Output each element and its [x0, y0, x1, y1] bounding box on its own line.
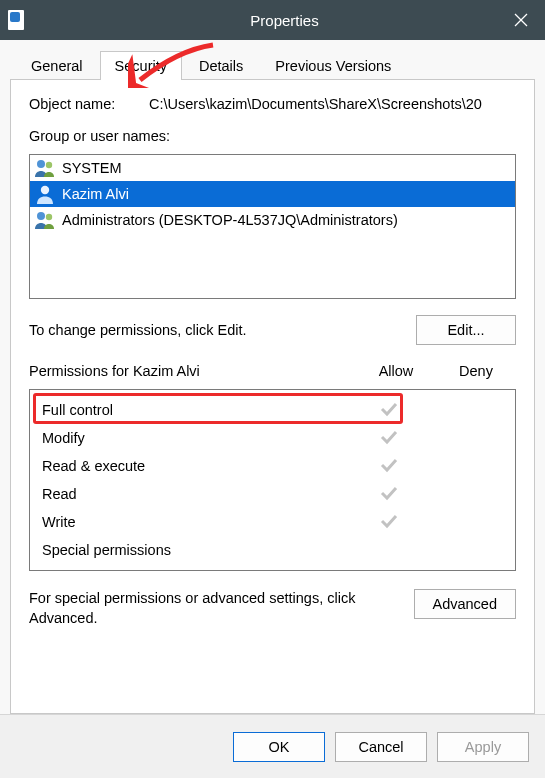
permissions-list: Full controlModifyRead & executeReadWrit… — [29, 389, 516, 571]
object-name-label: Object name: — [29, 96, 129, 112]
user-name: SYSTEM — [62, 160, 122, 176]
svg-point-3 — [46, 162, 52, 168]
perm-header-name: Permissions for Kazim Alvi — [29, 363, 356, 379]
group-icon — [34, 158, 56, 178]
content-area: GeneralSecurityDetailsPrevious Versions … — [0, 40, 545, 714]
close-button[interactable] — [497, 0, 545, 40]
ok-button[interactable]: OK — [233, 732, 325, 762]
check-icon — [379, 432, 399, 448]
check-icon — [379, 488, 399, 504]
apply-button[interactable]: Apply — [437, 732, 529, 762]
file-icon — [8, 10, 24, 30]
permissions-header: Permissions for Kazim Alvi Allow Deny — [29, 363, 516, 379]
user-name: Administrators (DESKTOP-4L537JQ\Administ… — [62, 212, 398, 228]
object-name-value: C:\Users\kazim\Documents\ShareX\Screensh… — [149, 96, 516, 112]
tab-strip: GeneralSecurityDetailsPrevious Versions — [10, 50, 535, 79]
permission-allow — [349, 401, 429, 420]
user-list-item[interactable]: Administrators (DESKTOP-4L537JQ\Administ… — [30, 207, 515, 233]
title-bar: Properties — [0, 0, 545, 40]
permission-allow — [349, 485, 429, 504]
permission-row: Read & execute — [30, 452, 515, 480]
permission-row: Special permissions — [30, 536, 515, 564]
edit-row: To change permissions, click Edit. Edit.… — [29, 315, 516, 345]
user-name: Kazim Alvi — [62, 186, 129, 202]
check-icon — [379, 460, 399, 476]
tab-security[interactable]: Security — [100, 51, 182, 80]
properties-window: Properties GeneralSecurityDetailsPreviou… — [0, 0, 545, 778]
group-user-label: Group or user names: — [29, 128, 516, 144]
edit-button[interactable]: Edit... — [416, 315, 516, 345]
perm-header-deny: Deny — [436, 363, 516, 379]
edit-hint: To change permissions, click Edit. — [29, 322, 406, 338]
close-icon — [514, 13, 528, 27]
perm-header-allow: Allow — [356, 363, 436, 379]
permission-name: Read & execute — [40, 458, 349, 474]
window-title: Properties — [32, 12, 537, 29]
person-icon — [34, 184, 56, 204]
permission-row: Write — [30, 508, 515, 536]
svg-point-4 — [41, 186, 49, 194]
user-list[interactable]: SYSTEMKazim AlviAdministrators (DESKTOP-… — [29, 154, 516, 299]
tab-general[interactable]: General — [16, 51, 98, 80]
permission-allow — [349, 513, 429, 532]
permission-name: Read — [40, 486, 349, 502]
permission-allow — [349, 457, 429, 476]
check-icon — [379, 516, 399, 532]
tab-previous[interactable]: Previous Versions — [260, 51, 406, 80]
svg-point-6 — [46, 214, 52, 220]
security-panel: Object name: C:\Users\kazim\Documents\Sh… — [10, 79, 535, 714]
advanced-row: For special permissions or advanced sett… — [29, 589, 516, 628]
object-name-row: Object name: C:\Users\kazim\Documents\Sh… — [29, 96, 516, 112]
cancel-button[interactable]: Cancel — [335, 732, 427, 762]
permission-name: Special permissions — [40, 542, 349, 558]
permission-row: Full control — [30, 396, 515, 424]
user-list-item[interactable]: SYSTEM — [30, 155, 515, 181]
permission-allow — [349, 429, 429, 448]
group-icon — [34, 210, 56, 230]
permission-name: Full control — [40, 402, 349, 418]
permission-row: Modify — [30, 424, 515, 452]
permission-name: Modify — [40, 430, 349, 446]
dialog-footer: OK Cancel Apply — [0, 714, 545, 778]
svg-point-5 — [37, 212, 45, 220]
svg-point-2 — [37, 160, 45, 168]
advanced-button[interactable]: Advanced — [414, 589, 517, 619]
permission-name: Write — [40, 514, 349, 530]
permission-row: Read — [30, 480, 515, 508]
advanced-hint: For special permissions or advanced sett… — [29, 589, 404, 628]
tab-details[interactable]: Details — [184, 51, 258, 80]
user-list-item[interactable]: Kazim Alvi — [30, 181, 515, 207]
check-icon — [379, 404, 399, 420]
